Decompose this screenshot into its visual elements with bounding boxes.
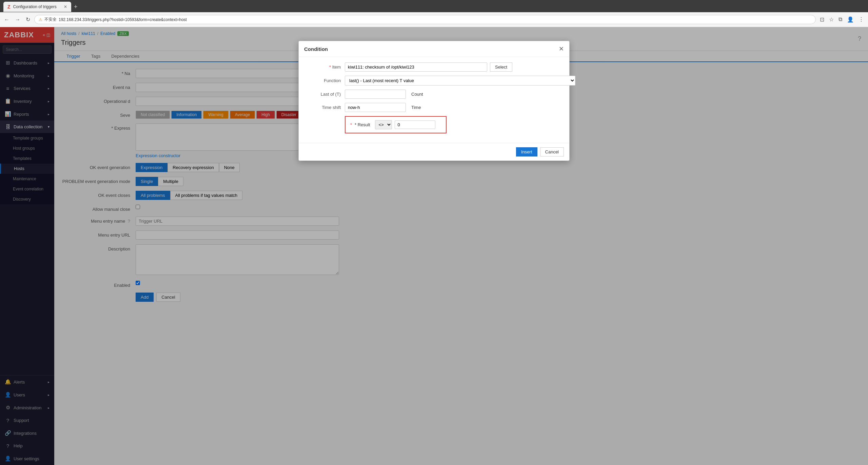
modal-function-row: Function last() - Last (most recent) T v…: [304, 76, 564, 86]
condition-modal: Condition ✕ * Item Select Function: [298, 41, 570, 161]
modal-result-section: * * Result = <> < > <= >=: [345, 116, 447, 133]
modal-last-field: Count: [345, 90, 564, 99]
modal-item-input[interactable]: [345, 62, 487, 72]
modal-time-shift-label: Time shift: [304, 105, 345, 110]
modal-select-button[interactable]: Select: [490, 62, 512, 72]
modal-item-row: * Item Select: [304, 62, 564, 72]
reload-button[interactable]: ↻: [24, 15, 32, 24]
modal-time-shift-input[interactable]: [345, 103, 406, 112]
extensions-icon[interactable]: ⧉: [837, 15, 844, 24]
tab-favicon: Z: [7, 4, 11, 10]
modal-function-label: Function: [304, 78, 345, 83]
modal-time-shift-row: Time shift Time: [304, 103, 564, 112]
modal-result-row: * * Result = <> < > <= >=: [304, 116, 564, 133]
cast-icon[interactable]: ⊡: [818, 15, 826, 24]
modal-last-label: Last of (T): [304, 92, 345, 97]
modal-cancel-button[interactable]: Cancel: [540, 147, 564, 156]
modal-item-label: * Item: [304, 64, 345, 70]
address-text: 192.168.234.33/triggers.php?hostid=10593…: [59, 17, 187, 22]
browser-action-icons: ⊡ ☆ ⧉ 👤 ⋮: [818, 15, 865, 24]
modal-function-field: last() - Last (most recent) T value avg(…: [345, 76, 575, 86]
modal-overlay: Condition ✕ * Item Select Function: [0, 27, 868, 465]
modal-close-button[interactable]: ✕: [559, 45, 564, 53]
modal-item-field: Select: [345, 62, 564, 72]
modal-footer: Insert Cancel: [299, 143, 569, 161]
back-button[interactable]: ←: [3, 15, 11, 24]
modal-function-select[interactable]: last() - Last (most recent) T value avg(…: [345, 76, 575, 86]
modal-insert-button[interactable]: Insert: [516, 147, 537, 156]
modal-time-label: Time: [411, 105, 421, 110]
browser-chrome: Z Configuration of triggers ✕ + ← → ↻ ⚠ …: [0, 0, 868, 27]
modal-body: * Item Select Function last() - Last (mo…: [299, 57, 569, 143]
browser-tabs: Z Configuration of triggers ✕ +: [0, 0, 868, 12]
modal-count-label: Count: [411, 92, 423, 97]
new-tab-button[interactable]: +: [71, 3, 80, 11]
modal-last-input[interactable]: [345, 90, 406, 99]
tab-title: Configuration of triggers: [13, 4, 57, 9]
menu-icon[interactable]: ⋮: [857, 15, 865, 24]
modal-header: Condition ✕: [299, 41, 569, 57]
profile-icon[interactable]: 👤: [846, 15, 855, 24]
result-asterisk: *: [350, 122, 352, 127]
result-label: * Result: [355, 122, 370, 127]
modal-time-shift-field: Time: [345, 103, 564, 112]
security-text: 不安全: [44, 17, 57, 22]
modal-last-row: Last of (T) Count: [304, 90, 564, 99]
forward-button[interactable]: →: [14, 15, 22, 24]
modal-result-value[interactable]: [395, 120, 435, 129]
modal-title: Condition: [304, 46, 328, 52]
address-bar[interactable]: ⚠ 不安全 192.168.234.33/triggers.php?hostid…: [34, 15, 816, 24]
browser-toolbar: ← → ↻ ⚠ 不安全 192.168.234.33/triggers.php?…: [0, 12, 868, 27]
active-tab: Z Configuration of triggers ✕: [3, 2, 71, 12]
bookmark-icon[interactable]: ☆: [828, 15, 835, 24]
security-icon: ⚠: [39, 17, 42, 22]
modal-result-operator[interactable]: = <> < > <= >=: [375, 120, 392, 129]
tab-close-button[interactable]: ✕: [64, 4, 67, 9]
